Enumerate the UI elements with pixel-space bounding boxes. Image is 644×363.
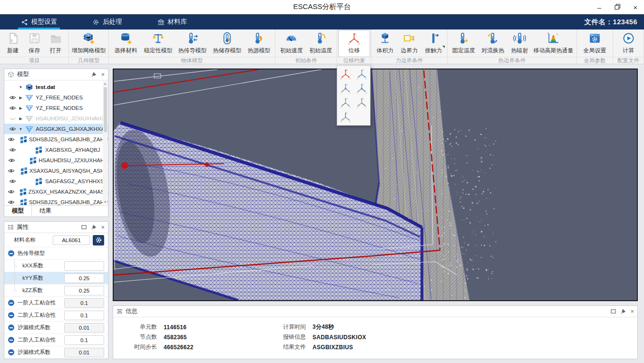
fixed-temperature-button[interactable]: 固定温度 (449, 30, 478, 57)
close-panel-icon[interactable]: × (101, 224, 105, 230)
displacement-option-x[interactable] (338, 95, 354, 109)
tab-model-setup[interactable]: 模型设置 (13, 14, 65, 29)
moving-gauss-flux-button[interactable]: yz 移动高斯热通量 (532, 30, 575, 57)
collapse-minus-icon[interactable] (8, 324, 14, 331)
collapse-minus-icon[interactable] (8, 312, 14, 318)
pin-icon[interactable] (91, 225, 97, 230)
eye-hidden-icon[interactable] (8, 116, 17, 121)
tree-node-selected[interactable]: ▼ AGSGKJKG_GJHXAJKHXA (4, 124, 108, 134)
tree-node[interactable]: ZSXGX_HSAKAZNZXK_AHASX (4, 186, 108, 197)
displacement-option-z[interactable] (338, 109, 354, 124)
maximize-panel-icon[interactable] (81, 225, 87, 230)
tree-node[interactable]: ▶ YZ_FREE_NODES (4, 103, 108, 113)
collapse-minus-icon[interactable] (8, 250, 14, 256)
close-panel-icon[interactable]: × (101, 71, 105, 78)
restore-button[interactable] (614, 4, 621, 11)
displacement-option-xy[interactable] (338, 81, 354, 95)
close-button[interactable]: × (632, 4, 639, 11)
viewport-3d[interactable] (113, 69, 638, 301)
new-button[interactable]: 新建 (2, 30, 24, 57)
tab-model[interactable]: 模型 (4, 206, 32, 216)
tab-result[interactable]: 结果 (32, 206, 59, 216)
initial-velocity-button[interactable]: 初始速度 (277, 30, 306, 57)
parameter-input[interactable] (64, 323, 104, 333)
tree-scrollbar[interactable]: ▲ ▼ (103, 81, 107, 204)
tree-node-label: XSAXGAUS_AISYAQSH_ASHX (29, 168, 108, 174)
maximize-panel-icon[interactable] (611, 309, 616, 314)
caret-icon[interactable]: ▶ (17, 96, 24, 100)
thermal-conduction-button[interactable]: 热传导模型 (175, 30, 210, 57)
eye-visible-icon[interactable] (8, 147, 17, 153)
material-name-input[interactable] (53, 235, 90, 245)
tab-material-library[interactable]: 材料库 (150, 14, 195, 29)
eye-visible-icon[interactable] (8, 105, 17, 111)
parameter-input[interactable] (64, 311, 104, 320)
axis-midpoint-sphere[interactable] (205, 163, 209, 167)
caret-icon[interactable]: ▶ (17, 106, 24, 110)
body-force-button[interactable]: 体积力 (373, 30, 397, 57)
collapse-minus-icon[interactable] (8, 349, 14, 355)
tree-node[interactable]: XSAXGAUS_AISYAQSH_ASHX (4, 166, 108, 176)
displacement-option-y[interactable] (354, 95, 370, 109)
eye-visible-icon[interactable] (8, 168, 15, 174)
global-settings-button[interactable]: 全局设置 (578, 30, 611, 57)
save-button[interactable]: 保存 (24, 30, 45, 57)
kyy-input[interactable] (64, 274, 104, 283)
tree-node[interactable]: SDHSBJZS_GHSABJHB_ZAHU (4, 134, 108, 145)
parameter-input[interactable] (64, 298, 104, 308)
property-row: 沙漏模式系数 (4, 322, 108, 334)
eye-visible-icon[interactable] (8, 178, 17, 184)
stability-model-button[interactable]: 稳定性模型 (141, 30, 175, 57)
open-button[interactable]: 打开 (45, 30, 67, 57)
scrollbar-thumb[interactable] (104, 87, 107, 132)
compute-button[interactable]: 计算 (615, 30, 641, 57)
pin-icon[interactable] (620, 309, 626, 314)
parameter-input[interactable] (64, 335, 104, 345)
initial-temperature-button[interactable]: 初始温度 (306, 30, 336, 57)
collapse-minus-icon[interactable] (8, 300, 14, 306)
eye-visible-icon[interactable] (8, 157, 15, 163)
viewport-canvas[interactable] (114, 69, 637, 300)
material-settings-button[interactable] (93, 235, 104, 245)
displacement-option-xyz-active[interactable] (338, 67, 354, 81)
boundary-force-button[interactable]: 边界力 (397, 30, 421, 57)
kzz-input[interactable] (64, 286, 104, 295)
close-panel-icon[interactable]: × (630, 308, 634, 314)
section-row[interactable]: 热传导模型 (4, 247, 108, 260)
tree-node[interactable]: XAGBSXG_AYHAQBJ (4, 145, 108, 155)
add-mesh-button[interactable]: 增加网格模型 (70, 30, 107, 57)
tree-node[interactable]: ▶ HSAUHDISU_JZXIUXHAHX (4, 113, 108, 124)
collapse-minus-icon[interactable] (8, 337, 14, 343)
radiation-button[interactable]: 热辐射 (507, 30, 532, 57)
tree-node[interactable]: SAGFASGZ_ASYHHXSN (4, 176, 108, 186)
eye-visible-icon[interactable] (8, 199, 15, 205)
scroll-down-icon[interactable]: ▼ (103, 200, 107, 204)
parameter-input[interactable] (64, 348, 104, 357)
property-row-selected[interactable]: kYY系数 (4, 272, 108, 285)
displacement-option-xyz[interactable] (354, 67, 370, 81)
eye-visible-icon[interactable] (8, 137, 15, 142)
scroll-up-icon[interactable]: ▲ (103, 82, 107, 85)
tree-node[interactable]: ▶ YZ_FREE_NODES (4, 92, 108, 103)
tab-postprocess[interactable]: 后处理 (85, 14, 130, 29)
caret-icon[interactable]: ▼ (17, 127, 24, 131)
axis-endpoint-sphere[interactable] (121, 162, 128, 169)
caret-icon[interactable]: ▶ (17, 117, 24, 121)
displacement-option-yz[interactable] (354, 81, 370, 95)
tree-node[interactable]: HSAUHDISU_JZXIUXHAHX (4, 155, 108, 166)
eye-visible-icon[interactable] (8, 126, 17, 132)
displacement-button[interactable]: 位移 (339, 30, 370, 57)
select-material-button[interactable]: 选择材料 (110, 30, 141, 57)
caret-icon[interactable]: ▼ (17, 85, 24, 89)
kxx-input[interactable] (64, 261, 104, 271)
eye-visible-icon[interactable] (8, 189, 15, 195)
contact-force-button[interactable]: 接触力 (421, 30, 446, 57)
heat-storage-button[interactable]: 热储存模型 (210, 30, 244, 57)
tree-node-root[interactable]: ▼ test.dat (4, 82, 108, 92)
eye-visible-icon[interactable] (8, 95, 17, 100)
heat-source-button[interactable]: 热源模型 (244, 30, 273, 57)
pin-icon[interactable] (91, 72, 97, 78)
tree-node[interactable]: SDHSBJZS_GHSABJHB_ZAHU (4, 197, 108, 205)
convection-button[interactable]: 对流换热 (478, 30, 507, 57)
minimize-button[interactable]: – (595, 4, 603, 11)
